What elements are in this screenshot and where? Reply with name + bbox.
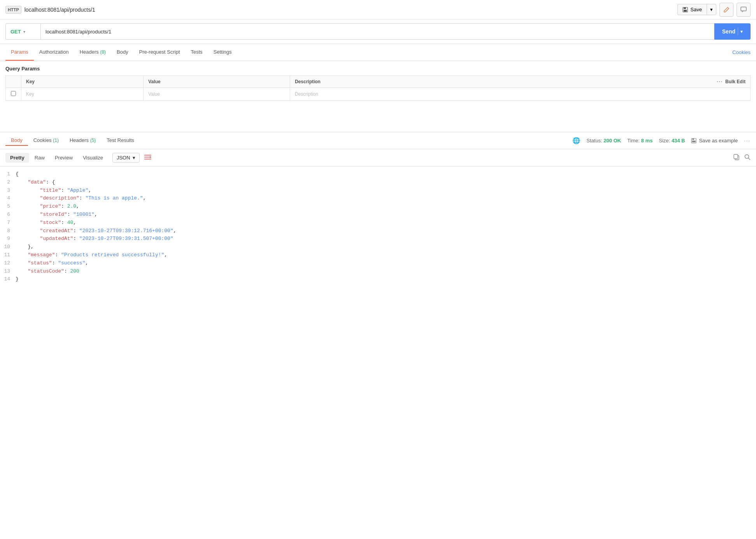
- method-selector[interactable]: GET ▾: [5, 23, 40, 40]
- value-cell[interactable]: Value: [144, 88, 290, 101]
- title-left: HTTP localhost:8081/api/products/1: [5, 6, 95, 14]
- format-type-selector[interactable]: JSON ▾: [112, 153, 140, 163]
- bulk-edit-label[interactable]: Bulk Edit: [725, 79, 746, 84]
- code-editor[interactable]: 1 { 2 "data": { 3 "title": "Apple", 4 "d…: [0, 166, 756, 539]
- globe-icon: 🌐: [572, 137, 580, 144]
- url-bar: GET ▾ Send ▾: [0, 19, 756, 44]
- send-chevron-icon: ▾: [740, 29, 743, 34]
- desc-cell[interactable]: Description: [290, 88, 751, 101]
- status-label: Status: 200 OK: [586, 138, 621, 144]
- svg-rect-6: [692, 140, 696, 142]
- save-button-group[interactable]: Save ▾: [677, 4, 716, 15]
- title-right: Save ▾: [677, 3, 751, 17]
- code-line-8: 8 "createdAt": "2023-10-27T09:39:12.716+…: [0, 227, 756, 235]
- key-col-header: Key: [21, 76, 144, 88]
- format-tab-preview[interactable]: Preview: [50, 153, 77, 163]
- method-chevron-icon: ▾: [23, 30, 25, 34]
- more-options-icon[interactable]: ···: [717, 79, 723, 84]
- url-input[interactable]: [40, 23, 714, 40]
- code-line-11: 11 "message": "Products retrieved succes…: [0, 251, 756, 259]
- format-tabs: Pretty Raw Preview Visualize: [5, 153, 108, 163]
- response-tab-test-results[interactable]: Test Results: [101, 135, 140, 146]
- format-tab-pretty[interactable]: Pretty: [5, 153, 29, 163]
- svg-point-12: [745, 154, 749, 158]
- response-tab-cookies[interactable]: Cookies (1): [28, 135, 64, 146]
- tab-params[interactable]: Params: [5, 44, 34, 61]
- response-tabs: Body Cookies (1) Headers (5) Test Result…: [5, 135, 140, 146]
- description-header-label: Description: [295, 79, 320, 84]
- tab-tests[interactable]: Tests: [186, 44, 208, 61]
- copy-icon: [733, 154, 740, 160]
- request-tabs: Params Authorization Headers (8) Body Pr…: [5, 44, 237, 61]
- tab-body[interactable]: Body: [111, 44, 134, 61]
- params-table: Key Value Description ··· Bulk Edit Key: [5, 75, 751, 101]
- response-header: Body Cookies (1) Headers (5) Test Result…: [0, 132, 756, 149]
- response-tab-body[interactable]: Body: [5, 135, 28, 146]
- format-bar: Pretty Raw Preview Visualize JSON ▾: [0, 149, 756, 166]
- edit-button[interactable]: [719, 3, 733, 17]
- save-dropdown-button[interactable]: ▾: [707, 4, 716, 15]
- format-right: [733, 154, 751, 162]
- time-label: Time: 8 ms: [627, 138, 653, 144]
- svg-rect-3: [741, 7, 746, 11]
- code-line-13: 13 "statusCode": 200: [0, 268, 756, 276]
- save-button[interactable]: Save: [677, 4, 707, 15]
- size-label: Size: 434 B: [659, 138, 685, 144]
- comment-icon: [740, 7, 747, 13]
- format-type-label: JSON: [117, 155, 130, 161]
- code-line-5: 5 "price": 2.0,: [0, 203, 756, 211]
- svg-line-13: [749, 158, 750, 159]
- title-url: localhost:8081/api/products/1: [24, 7, 95, 13]
- cookies-link[interactable]: Cookies: [732, 49, 751, 55]
- spacer: [0, 101, 756, 132]
- code-line-14: 14 }: [0, 275, 756, 284]
- more-options-button[interactable]: ···: [744, 138, 751, 144]
- format-chevron-icon: ▾: [133, 155, 135, 161]
- code-line-2: 2 "data": {: [0, 178, 756, 187]
- save-example-button[interactable]: Save as example: [691, 138, 738, 144]
- code-line-3: 3 "title": "Apple",: [0, 187, 756, 195]
- copy-button[interactable]: [733, 154, 740, 162]
- value-col-header: Value: [144, 76, 290, 88]
- code-line-4: 4 "description": "This is an apple.",: [0, 194, 756, 203]
- svg-rect-11: [734, 154, 738, 159]
- checkbox-cell[interactable]: [6, 88, 21, 101]
- query-params-title: Query Params: [5, 66, 751, 72]
- save-label: Save: [690, 7, 702, 12]
- comment-button[interactable]: [737, 3, 751, 17]
- code-line-12: 12 "status": "success",: [0, 259, 756, 268]
- code-line-10: 10 },: [0, 243, 756, 251]
- send-button[interactable]: Send ▾: [714, 23, 751, 40]
- tab-headers[interactable]: Headers (8): [74, 44, 111, 61]
- svg-rect-1: [684, 7, 686, 9]
- bulk-edit-row: Description ··· Bulk Edit: [295, 79, 746, 84]
- check-col-header: [6, 76, 21, 88]
- search-icon: [744, 154, 751, 160]
- tab-pre-request-script[interactable]: Pre-request Script: [134, 44, 186, 61]
- format-tab-raw[interactable]: Raw: [30, 153, 49, 163]
- query-params-section: Query Params Key Value Description ··· B…: [0, 61, 756, 101]
- request-tabs-bar: Params Authorization Headers (8) Body Pr…: [0, 44, 756, 61]
- search-button[interactable]: [744, 154, 751, 162]
- response-meta: 🌐 Status: 200 OK Time: 8 ms Size: 434 B …: [572, 137, 751, 144]
- method-label: GET: [10, 29, 21, 35]
- send-divider: [738, 28, 738, 35]
- wrap-icon[interactable]: [144, 154, 151, 161]
- response-tab-headers[interactable]: Headers (5): [64, 135, 101, 146]
- table-row: Key Value Description: [6, 88, 751, 101]
- save-icon: [682, 7, 688, 12]
- key-cell[interactable]: Key: [21, 88, 144, 101]
- http-badge: HTTP: [5, 6, 21, 14]
- svg-rect-5: [692, 138, 694, 140]
- code-line-9: 9 "updatedAt": "2023-10-27T09:39:31.507+…: [0, 235, 756, 243]
- tab-authorization[interactable]: Authorization: [34, 44, 74, 61]
- save-icon: [691, 138, 696, 144]
- pencil-icon: [723, 7, 730, 13]
- code-line-7: 7 "stock": 40,: [0, 219, 756, 227]
- tab-settings[interactable]: Settings: [208, 44, 237, 61]
- title-bar: HTTP localhost:8081/api/products/1 Save …: [0, 0, 756, 19]
- format-left: Pretty Raw Preview Visualize JSON ▾: [5, 153, 151, 163]
- row-checkbox[interactable]: [11, 91, 16, 96]
- chevron-down-icon: ▾: [710, 7, 713, 12]
- format-tab-visualize[interactable]: Visualize: [78, 153, 108, 163]
